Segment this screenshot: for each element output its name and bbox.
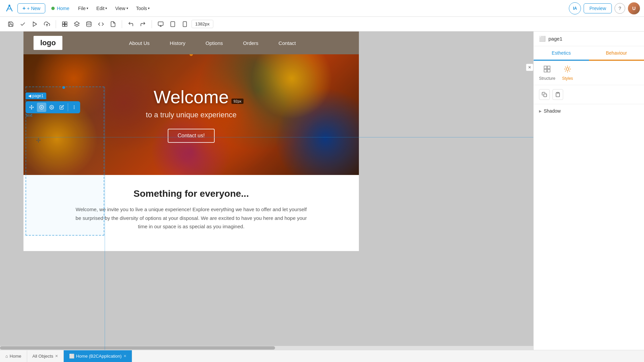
structure-icon xyxy=(543,65,551,75)
file-menu[interactable]: File ▾ xyxy=(75,4,91,13)
close-panel-button[interactable]: ✕ xyxy=(526,64,533,71)
tablet-view-button[interactable] xyxy=(167,19,178,29)
esthetics-tab[interactable]: Esthetics xyxy=(534,46,589,61)
sel-toolbar-sep xyxy=(68,103,68,111)
code-source-button[interactable] xyxy=(108,19,118,29)
page-label-text: page1 xyxy=(32,94,43,98)
sel-move-button[interactable] xyxy=(27,103,36,112)
data-button[interactable] xyxy=(84,19,94,29)
svg-rect-22 xyxy=(547,66,550,69)
avatar[interactable]: U xyxy=(628,2,640,14)
components-button[interactable] xyxy=(59,19,70,29)
svg-point-18 xyxy=(74,106,74,106)
edit-menu[interactable]: Edit ▾ xyxy=(94,4,110,13)
canvas-area[interactable]: logo About Us History Options Orders Con… xyxy=(0,32,533,350)
nav-history[interactable]: History xyxy=(170,40,185,46)
avatar-image: U xyxy=(628,2,640,14)
svg-rect-27 xyxy=(557,92,558,93)
page-canvas: logo About Us History Options Orders Con… xyxy=(23,32,359,251)
hero-title: Welcome xyxy=(146,86,236,107)
tools-menu[interactable]: Tools ▾ xyxy=(133,4,153,13)
svg-point-0 xyxy=(8,4,10,6)
nav-contact[interactable]: Contact xyxy=(278,40,296,46)
help-button[interactable]: ? xyxy=(614,3,625,14)
home-bottom-label: Home xyxy=(10,354,21,359)
esthetics-tab-label: Esthetics xyxy=(552,50,571,56)
desktop-view-button[interactable] xyxy=(155,19,166,29)
preview-button[interactable]: Preview xyxy=(584,3,612,13)
resize-handle-top[interactable] xyxy=(62,86,65,89)
styles-subtab[interactable]: Styles xyxy=(562,65,573,81)
behaviour-tab[interactable]: Behaviour xyxy=(589,46,644,61)
shadow-label: Shadow xyxy=(544,108,561,114)
page-icon-header: ⬜ xyxy=(539,36,546,42)
home-tab[interactable]: Home xyxy=(48,4,72,13)
svg-point-19 xyxy=(74,107,74,107)
shadow-section-title[interactable]: ▶ Shadow xyxy=(539,108,639,114)
save-button[interactable] xyxy=(5,19,16,29)
shadow-section: ▶ Shadow xyxy=(534,104,644,118)
nav-options[interactable]: Options xyxy=(206,40,223,46)
svg-rect-4 xyxy=(65,22,67,24)
all-objects-label: All Objects xyxy=(33,354,53,359)
all-objects-close[interactable]: ✕ xyxy=(55,354,58,358)
structure-subtab[interactable]: Structure xyxy=(539,65,555,81)
redo-button[interactable] xyxy=(138,19,148,29)
svg-rect-23 xyxy=(544,69,547,72)
svg-point-25 xyxy=(566,68,569,70)
layers-button[interactable] xyxy=(71,19,82,29)
nav-orders[interactable]: Orders xyxy=(243,40,258,46)
px-badge-value: 92px xyxy=(233,99,241,103)
ia-button[interactable]: IA xyxy=(569,2,581,14)
check-button[interactable] xyxy=(17,19,28,29)
styles-label: Styles xyxy=(562,76,573,81)
view-label: View xyxy=(115,6,125,11)
guide-vline xyxy=(105,87,105,350)
sel-settings-button[interactable] xyxy=(47,103,56,112)
undo-button[interactable] xyxy=(125,19,136,29)
file-chevron: ▾ xyxy=(87,6,88,10)
svg-rect-9 xyxy=(158,22,163,25)
sel-rename-button[interactable] xyxy=(57,103,66,112)
nav-about-us[interactable]: About Us xyxy=(129,40,150,46)
site-nav: About Us History Options Orders Contact xyxy=(76,40,349,46)
mobile-view-button[interactable] xyxy=(179,19,190,29)
publish-button[interactable] xyxy=(42,19,52,29)
hero-subtitle: to a truly unique experience xyxy=(146,111,236,119)
new-button[interactable]: + + New xyxy=(17,3,45,13)
svg-rect-26 xyxy=(544,94,547,97)
app-logo xyxy=(4,3,15,14)
right-panel-title: page1 xyxy=(548,36,562,42)
view-menu[interactable]: View ▾ xyxy=(112,4,130,13)
right-panel-actions xyxy=(534,85,644,104)
code-button[interactable] xyxy=(96,19,106,29)
home-app-icon: ⬜ xyxy=(69,354,74,359)
hero-cta-button[interactable]: Contact us! xyxy=(168,129,215,143)
svg-marker-1 xyxy=(33,22,37,26)
horizontal-scrollbar[interactable] xyxy=(0,346,533,350)
home-app-tab[interactable]: ⬜ Home (B2CApplication) ✕ xyxy=(64,350,132,362)
edit-chevron: ▾ xyxy=(105,6,107,10)
all-objects-tab[interactable]: All Objects ✕ xyxy=(27,350,64,362)
copy-button[interactable] xyxy=(539,89,550,100)
hero-content: Welcome to a truly unique experience Con… xyxy=(146,86,236,143)
home-bottom-tab[interactable]: ⌂ Home xyxy=(0,350,27,362)
tools-label: Tools xyxy=(136,6,147,11)
content-body: Welcome, we invite you to live a unique … xyxy=(74,205,309,231)
paste-button[interactable] xyxy=(552,89,563,100)
bottom-bar: ⌂ Home All Objects ✕ ⬜ Home (B2CApplicat… xyxy=(0,350,644,362)
toolbar-separator-2 xyxy=(122,20,122,28)
home-bottom-icon: ⌂ xyxy=(5,354,8,359)
scrollbar-thumb[interactable] xyxy=(0,346,275,350)
home-app-close[interactable]: ✕ xyxy=(123,354,126,358)
svg-point-20 xyxy=(74,109,74,109)
site-hero: Welcome to a truly unique experience Con… xyxy=(23,54,359,175)
sel-more-button[interactable] xyxy=(69,103,79,112)
selection-toolbar xyxy=(25,101,80,113)
px-display[interactable]: 1382px xyxy=(192,20,213,28)
guide-hline xyxy=(25,137,533,137)
page-selection-label[interactable]: ◀ page1 xyxy=(25,93,46,99)
sel-style-button[interactable] xyxy=(37,103,46,112)
preview-label: Preview xyxy=(589,6,606,11)
play-button[interactable] xyxy=(30,19,40,29)
